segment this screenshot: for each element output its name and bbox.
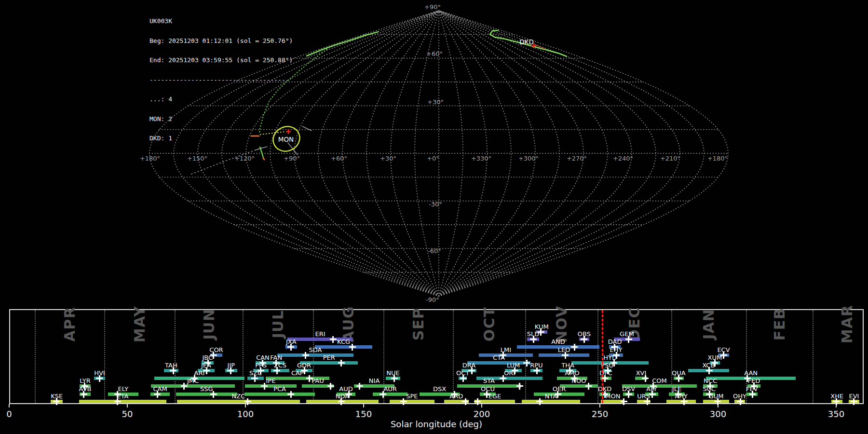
month-boundary-line <box>35 310 36 403</box>
shower-bar-nta <box>522 400 580 403</box>
shower-label-ard: ARD <box>449 393 463 399</box>
shower-peak-marker-jxa <box>287 344 294 351</box>
shower-peak-marker-ssg <box>210 391 217 398</box>
shower-peak-marker-nda <box>338 398 345 405</box>
shower-peak-marker-urs <box>644 398 651 405</box>
shower-peak-marker-ard <box>462 398 469 405</box>
shower-peak-marker-pca <box>287 391 294 398</box>
shower-peak-marker-jip <box>227 367 234 374</box>
map-lon-label: +90° <box>284 155 300 162</box>
shower-label-spe: SPE <box>406 393 418 399</box>
map-lon-label: +270° <box>567 155 587 162</box>
shower-bar-ssg <box>176 393 237 396</box>
x-axis-tick <box>363 404 364 407</box>
shower-peak-marker-ohy <box>737 398 744 405</box>
shower-bar-ari <box>154 377 244 380</box>
shower-peak-marker-cam <box>154 391 161 398</box>
month-label: APR <box>61 307 78 342</box>
shower-label-nta: NTA <box>545 393 557 399</box>
shower-label-ege: EGE <box>488 393 502 399</box>
shower-bar-nzc <box>177 400 300 403</box>
shower-peak-marker-fev <box>749 391 756 398</box>
x-axis-tick-label: 150 <box>355 409 372 419</box>
shower-label-kcg: KCG <box>337 339 350 345</box>
shower-label-pca: PCA <box>273 386 286 392</box>
shower-peak-marker-aur <box>380 391 386 398</box>
map-lat-label: -30° <box>429 201 442 208</box>
shower-peak-marker-mon <box>621 398 627 405</box>
month-label: OCT <box>480 307 497 341</box>
shower-peak-marker-dra <box>468 367 475 374</box>
shower-peak-marker-sda <box>302 352 309 359</box>
shower-peak-marker-ahy <box>681 398 688 405</box>
shower-label-cap: CAP <box>291 370 304 376</box>
shower-peak-marker-kse <box>53 398 60 405</box>
shower-peak-marker-jmc <box>181 383 188 390</box>
shower-bar-sda <box>277 353 353 357</box>
shower-bar-spe <box>390 400 434 403</box>
shower-peak-marker-evi <box>851 398 857 405</box>
shower-label-pau: PAU <box>312 378 324 384</box>
month-label: MAR <box>839 305 855 344</box>
shower-label-nia: NIA <box>369 378 380 384</box>
month-label: JUL <box>269 310 286 338</box>
month-label: NOV <box>553 305 570 343</box>
shower-label-nzc: NZC <box>231 393 245 399</box>
shower-peak-marker-pau <box>327 383 334 390</box>
shower-peak-marker-szc <box>251 375 258 382</box>
radiant-track-yellow <box>260 132 285 135</box>
shower-bar-ipe <box>245 384 297 388</box>
x-axis-title: Solar longitude (deg) <box>391 419 482 429</box>
shower-peak-marker-dsv <box>625 391 632 398</box>
map-lat-label: +30° <box>427 98 444 106</box>
map-lon-label: +60° <box>331 155 347 162</box>
map-lon-label: +0° <box>427 155 439 162</box>
month-boundary-line <box>813 310 814 403</box>
x-axis-tick-label: 350 <box>828 409 844 419</box>
x-axis-tick <box>836 404 837 407</box>
map-lat-label: -60° <box>428 247 441 255</box>
radiant-and-activity-plot: UK003K Beg: 20251203 01:12:01 (sol = 250… <box>0 0 868 434</box>
shower-peak-marker-ipe <box>261 383 268 390</box>
shower-peak-marker-eta <box>114 398 121 405</box>
shower-peak-marker-cta <box>523 360 530 366</box>
activity-timeline-chart: APRMAYJUNJULAUGSEPOCTNOVDECJANFEBMARKUME… <box>9 309 864 404</box>
shower-label-eri: ERI <box>315 331 326 337</box>
grid-meridian <box>439 11 704 296</box>
shower-peak-marker-hvi <box>96 375 103 382</box>
map-lon-label: +300° <box>518 155 539 162</box>
x-axis-tick-label: 0 <box>6 409 12 419</box>
sporadic-4 <box>302 126 312 131</box>
radiant-cross-mon <box>286 129 291 134</box>
shower-peak-marker-sld <box>530 336 537 343</box>
month-label: SEP <box>409 308 426 341</box>
map-lon-label: +180° <box>707 155 728 162</box>
month-label: FEB <box>771 308 788 340</box>
map-lat-label: -90° <box>426 296 439 303</box>
x-axis-tick <box>245 404 246 407</box>
shower-peak-marker-and <box>571 344 578 351</box>
shower-peak-marker-noo <box>585 383 592 390</box>
x-axis-tick <box>9 404 10 407</box>
x-axis-tick <box>127 404 128 407</box>
x-axis-tick-label: 100 <box>237 409 254 419</box>
shower-label-cta: CTA <box>493 354 505 361</box>
radiant-label-dkd: DKD <box>519 38 534 46</box>
shower-peak-marker-xcb <box>706 367 713 374</box>
map-lon-label: +150° <box>187 155 207 162</box>
month-boundary-line <box>104 310 105 403</box>
month-label: MAY <box>131 306 148 342</box>
shower-peak-marker-gem <box>625 336 632 343</box>
shower-label-sda: SDA <box>309 347 322 353</box>
meteor-orange-tip <box>263 158 264 160</box>
shower-peak-marker-ege <box>474 398 481 405</box>
shower-peak-marker-nia <box>356 383 363 390</box>
shower-peak-marker-spe <box>400 398 407 405</box>
map-lon-label: +180° <box>140 155 160 162</box>
map-lon-label: +240° <box>613 155 633 162</box>
shower-peak-marker-nue <box>391 375 398 382</box>
shower-label-jmc: JMC <box>187 378 199 384</box>
month-boundary-line <box>175 310 176 403</box>
shower-label-noo: NOO <box>571 378 586 384</box>
shower-bar-aur <box>373 393 407 396</box>
